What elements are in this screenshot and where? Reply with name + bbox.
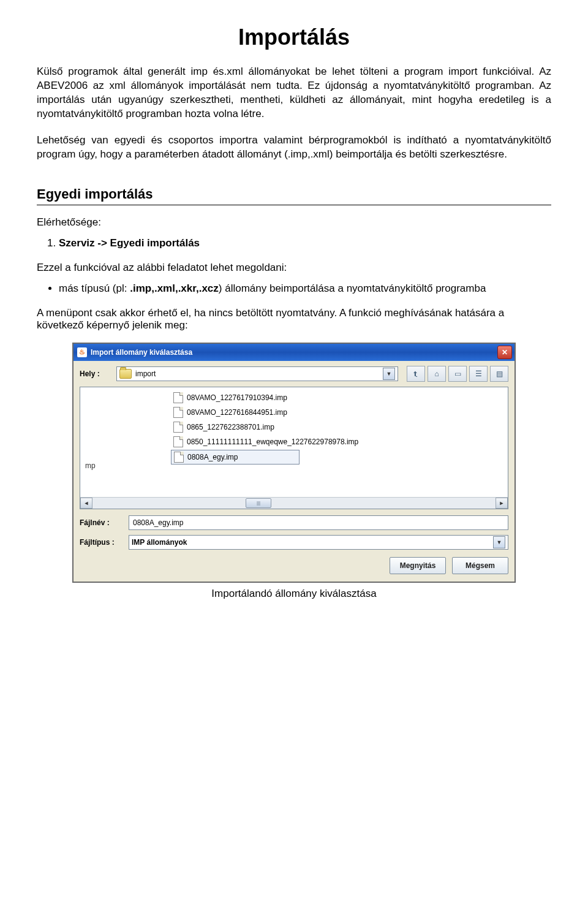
feature-list: más típusú (pl: .imp,.xml,.xkr,.xcz) áll… [37, 282, 551, 295]
list-view-icon: ☰ [475, 370, 482, 378]
new-folder-button[interactable]: ▭ [448, 366, 467, 382]
dialog-title: Import állomány kiválasztása [91, 348, 497, 357]
scroll-thumb[interactable]: ||| [246, 498, 271, 508]
file-name: 0808A_egy.imp [187, 453, 238, 461]
feature-filetypes: .imp,.xml,.xkr,.xcz [130, 282, 219, 294]
filetype-label: Fájltípus : [80, 538, 124, 547]
file-item[interactable]: 08VAMO_1227616844951.imp [171, 406, 298, 419]
up-folder-icon: ⮬ [412, 370, 420, 378]
function-intro: Ezzel a funkcióval az alábbi feladatot l… [37, 262, 551, 274]
section-divider [37, 205, 551, 205]
file-icon [173, 422, 183, 433]
file-name: 0865_1227622388701.imp [187, 423, 274, 431]
location-combo[interactable]: import ▼ [116, 366, 398, 381]
home-icon: ⌂ [434, 370, 439, 378]
file-icon [173, 407, 183, 418]
steps-list: Szerviz -> Egyedi importálás [37, 237, 551, 249]
chooser-toolbar: ⮬ ⌂ ▭ ☰ ▤ [407, 366, 508, 382]
section-heading-egyedi: Egyedi importálás [37, 186, 551, 202]
feature-post: ) állomány beimportálása a nyomtatványki… [219, 282, 486, 294]
feature-item-1: más típusú (pl: .imp,.xml,.xkr,.xcz) áll… [59, 282, 551, 295]
filename-input[interactable]: 0808A_egy.imp [129, 515, 508, 530]
file-item[interactable]: 08VAMO_1227617910394.imp [171, 391, 298, 404]
chevron-down-icon[interactable]: ▼ [493, 536, 505, 548]
horizontal-scrollbar[interactable]: ◄ ||| ► [80, 497, 508, 509]
file-item[interactable]: 0865_1227622388701.imp [171, 420, 298, 434]
file-icon [174, 452, 184, 463]
step-item-1: Szerviz -> Egyedi importálás [59, 237, 551, 249]
cancel-button[interactable]: Mégsem [452, 557, 508, 574]
places-label: mp [85, 461, 96, 470]
open-button[interactable]: Megnyitás [390, 557, 446, 574]
scroll-track[interactable]: ||| [92, 498, 496, 508]
files-column[interactable]: 08VAMO_1227617910394.imp08VAMO_122761684… [166, 391, 508, 497]
new-folder-icon: ▭ [454, 370, 461, 378]
paragraph-intro-1: Külső programok által generált imp és.xm… [37, 65, 551, 121]
filename-label: Fájlnév : [80, 518, 124, 527]
places-column: mp [80, 391, 166, 497]
file-icon [173, 436, 183, 447]
dialog-titlebar[interactable]: ♨ Import állomány kiválasztása ✕ [74, 344, 514, 361]
file-list-pane: mp 08VAMO_1227617910394.imp08VAMO_122761… [80, 387, 508, 509]
condition-text: A menüpont csak akkor érhető el, ha ninc… [37, 307, 551, 332]
close-button[interactable]: ✕ [497, 346, 512, 359]
scroll-left-button[interactable]: ◄ [80, 498, 92, 509]
filename-value: 0808A_egy.imp [133, 518, 184, 527]
scroll-right-button[interactable]: ► [496, 498, 508, 509]
file-item[interactable]: 0850_11111111111_ewqeqwe_1227622978978.i… [171, 435, 361, 449]
details-view-icon: ▤ [496, 370, 503, 378]
view-details-button[interactable]: ▤ [490, 366, 508, 382]
page-title: Importálás [37, 25, 551, 50]
file-name: 0850_11111111111_ewqeqwe_1227622978978.i… [187, 438, 358, 446]
location-label: Hely : [80, 370, 111, 378]
feature-pre: más típusú (pl: [59, 282, 127, 294]
file-chooser-dialog: ♨ Import állomány kiválasztása ✕ Hely : … [72, 343, 516, 583]
step-1-text: Szerviz -> Egyedi importálás [59, 237, 200, 249]
view-list-button[interactable]: ☰ [469, 366, 488, 382]
filetype-combo[interactable]: IMP állományok ▼ [129, 535, 508, 550]
file-icon [173, 392, 183, 403]
chevron-down-icon[interactable]: ▼ [383, 368, 395, 380]
up-folder-button[interactable]: ⮬ [407, 366, 425, 382]
location-value: import [135, 370, 383, 378]
file-item[interactable]: 0808A_egy.imp [171, 450, 300, 464]
dialog-caption: Importálandó állomány kiválasztása [37, 588, 551, 600]
folder-icon [119, 369, 132, 379]
home-button[interactable]: ⌂ [428, 366, 446, 382]
paragraph-intro-2: Lehetőség van egyedi és csoportos import… [37, 134, 551, 162]
reachability-label: Elérhetősége: [37, 216, 551, 229]
file-name: 08VAMO_1227616844951.imp [187, 408, 287, 417]
java-icon: ♨ [77, 347, 87, 357]
file-name: 08VAMO_1227617910394.imp [187, 393, 287, 402]
filetype-value: IMP állományok [132, 538, 493, 547]
close-icon: ✕ [502, 348, 508, 357]
